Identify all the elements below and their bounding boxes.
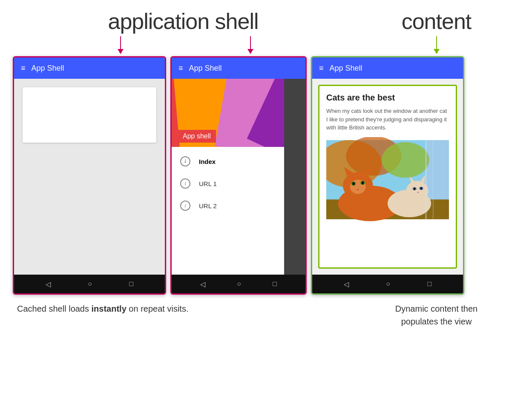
content-title: content — [354, 9, 519, 34]
app-shell-heading: application shell — [108, 9, 258, 34]
arrow-phone1 — [118, 36, 124, 54]
arrow-head-2 — [247, 49, 253, 54]
drawer-header-image: App shell — [172, 79, 284, 147]
drawer-item-url1[interactable]: i URL 1 — [172, 172, 284, 195]
arrows-right — [354, 36, 519, 54]
phone3-recents-btn[interactable]: □ — [428, 280, 432, 288]
arrow-stem-3 — [436, 36, 437, 49]
arrows-left — [13, 36, 354, 54]
arrows-row — [13, 36, 519, 54]
content-card-title: Cats are the best — [326, 93, 449, 103]
phone-3: ≡ App Shell Cats are the best When my ca… — [311, 56, 464, 295]
info-icon-url2: i — [180, 201, 190, 211]
caption-left: Cached shell loads instantly on repeat v… — [13, 302, 354, 315]
drawer-item-label-url2: URL 2 — [199, 202, 217, 209]
svg-point-17 — [406, 181, 428, 200]
svg-point-14 — [362, 181, 364, 184]
phone3-nav-bar: ◁ ○ □ — [312, 275, 463, 293]
cat-image — [326, 137, 449, 222]
captions-row: Cached shell loads instantly on repeat v… — [13, 302, 519, 328]
svg-point-4 — [382, 142, 429, 178]
caption-right: Dynamic content then populates the view — [354, 302, 519, 328]
drawer-panel: App shell i Index i URL 1 — [172, 79, 284, 275]
drawer-item-url2[interactable]: i URL 2 — [172, 195, 284, 217]
phone2-recents-btn[interactable]: □ — [273, 280, 277, 288]
svg-point-21 — [414, 187, 415, 190]
phone2-app-bar: ≡ App Shell — [172, 57, 305, 79]
phone1-recents-btn[interactable]: □ — [129, 280, 134, 288]
svg-point-23 — [420, 187, 422, 190]
hamburger-icon-3: ≡ — [319, 64, 325, 73]
phone3-title: App Shell — [330, 64, 362, 73]
caption-left-pre: Cached shell loads — [17, 304, 92, 313]
arrow-stem-2 — [250, 36, 251, 49]
phone1-body — [14, 79, 165, 275]
drawer-item-label-url1: URL 1 — [199, 180, 217, 187]
arrow-phone2 — [247, 36, 253, 54]
drawer-label-text: App shell — [178, 130, 216, 143]
app-shell-titles: application shell — [13, 9, 354, 34]
phone3-home-btn[interactable]: ○ — [386, 280, 390, 288]
arrow-stem-1 — [120, 36, 121, 49]
page-container: application shell content — [0, 0, 532, 393]
phone1-home-btn[interactable]: ○ — [88, 280, 92, 288]
phone3-app-bar: ≡ App Shell — [312, 57, 463, 79]
content-heading: content — [402, 9, 472, 34]
info-icon-url1: i — [180, 178, 190, 189]
phone2-dark-overlay — [282, 79, 305, 275]
content-card: Cats are the best When my cats look out … — [318, 85, 457, 269]
phone1-app-bar: ≡ App Shell — [14, 57, 165, 79]
arrow-phone3 — [434, 36, 440, 54]
phone1-nav-bar: ◁ ○ □ — [14, 275, 165, 293]
caption-right-line2: populates the view — [401, 317, 472, 326]
phone3-back-btn[interactable]: ◁ — [344, 280, 349, 288]
cat-svg — [326, 137, 449, 222]
phone1-back-btn[interactable]: ◁ — [46, 280, 51, 288]
phone2-title: App Shell — [189, 64, 222, 73]
caption-right-line1: Dynamic content then — [395, 304, 477, 313]
drawer-app-shell-label: App shell — [178, 130, 216, 143]
phone2-nav-bar: ◁ ○ □ — [172, 275, 305, 293]
drawer-item-label-index: Index — [199, 158, 216, 165]
arrow-head-3 — [434, 49, 440, 54]
info-icon-index: i — [180, 156, 190, 166]
hamburger-icon-1: ≡ — [21, 64, 26, 73]
phone2-back-btn[interactable]: ◁ — [200, 280, 205, 288]
svg-point-12 — [352, 182, 355, 185]
phones-row: ≡ App Shell ◁ ○ □ ≡ App Shell — [13, 56, 519, 295]
drawer-item-index[interactable]: i Index — [172, 150, 284, 172]
arrow-head-1 — [118, 49, 124, 54]
phone2-body: App shell i Index i URL 1 — [172, 79, 305, 275]
caption-left-bold: instantly — [92, 304, 127, 313]
titles-row: application shell content — [13, 9, 519, 34]
phone2-home-btn[interactable]: ○ — [237, 280, 241, 288]
phone-2: ≡ App Shell — [170, 56, 307, 295]
drawer-menu-items: i Index i URL 1 i URL 2 — [172, 147, 284, 220]
phone3-body: Cats are the best When my cats look out … — [312, 79, 463, 275]
content-card-body: When my cats look out the window at anot… — [326, 107, 449, 132]
caption-left-post: on repeat visits. — [127, 304, 189, 313]
phone1-content-placeholder — [23, 87, 156, 143]
phone-1: ≡ App Shell ◁ ○ □ — [13, 56, 166, 295]
phone1-title: App Shell — [32, 64, 64, 73]
hamburger-icon-2: ≡ — [178, 64, 184, 73]
